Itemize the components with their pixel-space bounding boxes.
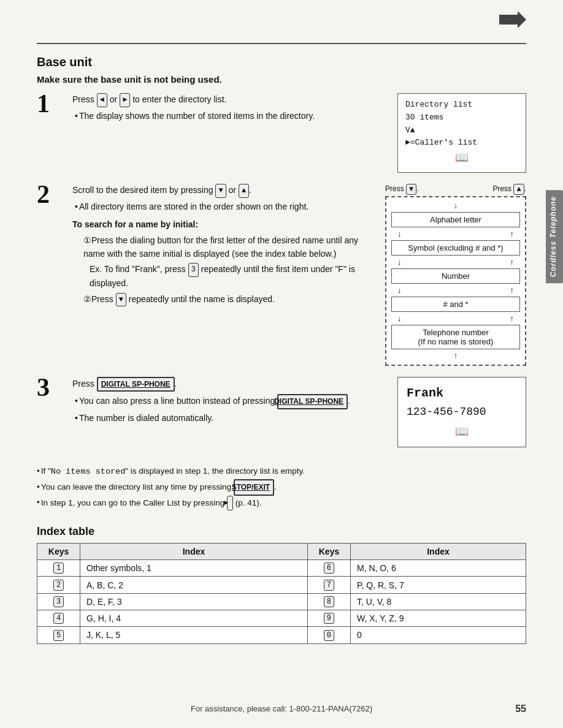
idx-5-2: 0 (350, 627, 526, 643)
key-4-2: 9 (307, 610, 350, 626)
key-1-1: 1 (37, 560, 80, 577)
step-3-row: 3 Press DIGITAL SP-PHONE. You can also p… (37, 377, 526, 448)
step-1-main: Press ◄ or ► to enter the directory list… (72, 93, 386, 107)
digital-sp-phone-key-2: DIGITAL SP-PHONE (277, 394, 348, 409)
right-arrow-key: ► (120, 93, 130, 107)
step-2-sub2: ②Press ▼ repeatedly until the name is di… (83, 293, 374, 307)
footer: For assistance, please call: 1-800-211-P… (0, 704, 563, 713)
step-1-row: 1 Press ◄ or ► to enter the directory li… (37, 93, 526, 173)
step-1-number: 1 (37, 91, 66, 116)
index-table: Keys Index Keys Index 1 Other symbols, 1… (37, 543, 526, 643)
key-1-2: 6 (307, 560, 350, 577)
step-3-content: Press DIGITAL SP-PHONE. You can also pre… (72, 377, 386, 428)
step-3-number: 3 (37, 374, 66, 400)
arrows-both-4: ↓↑ (391, 314, 520, 323)
frank-book-icon: 📖 (407, 423, 517, 441)
alpha-chart-header: Press ▼. Press ▲. (385, 184, 526, 195)
dir-line1: Directory list (405, 99, 518, 112)
key-3-2: 8 (307, 593, 350, 610)
chart-alphabet-letter: Alphabet letter (391, 212, 520, 227)
index-section: Index table Keys Index Keys Index 1 Othe… (37, 525, 526, 643)
notes-section: If "No items stored" is displayed in ste… (37, 464, 526, 510)
chart-telephone: Telephone number(If no name is stored) (391, 325, 520, 349)
step-2-row: 2 Scroll to the desired item by pressing… (37, 184, 526, 366)
idx-2-2: P, Q, R, S, 7 (350, 577, 526, 593)
dir-book-icon: 📖 (405, 150, 518, 167)
dir-line4: ►=Caller's list (405, 137, 518, 150)
key-num-1: 1 (53, 563, 64, 574)
idx-4-2: W, X, Y, Z, 9 (350, 610, 526, 626)
page: Base unit Make sure the base unit is not… (0, 0, 563, 728)
idx-2-1: A, B, C, 2 (80, 577, 308, 593)
svg-rect-0 (499, 15, 520, 25)
frank-display-box: Frank 123-456-7890 📖 (397, 377, 526, 448)
footer-text: For assistance, please call: 1-800-211-P… (191, 704, 372, 713)
arrow-down-1: ↓ (391, 201, 520, 210)
sidebar-cordless-tab: Cordless Telephone (546, 190, 563, 283)
table-row: 1 Other symbols, 1 6 M, N, O, 6 (37, 560, 526, 577)
table-row: 5 J, K, L, 5 0 0 (37, 627, 526, 643)
key-5-2: 0 (307, 627, 350, 643)
step-1-image: Directory list 30 items V▲ ►=Caller's li… (397, 93, 526, 173)
key-2-2: 7 (307, 577, 350, 593)
frank-number: 123-456-7890 (407, 403, 517, 421)
step-2-subsection-title: To search for a name by initial: (72, 218, 374, 232)
right-arrow-note-key: ► (227, 496, 233, 510)
step-2-number: 2 (37, 181, 66, 207)
step-2-content: Scroll to the desired item by pressing ▼… (72, 184, 374, 309)
directory-list-box: Directory list 30 items V▲ ►=Caller's li… (397, 93, 526, 173)
key-2-1: 2 (37, 577, 80, 593)
key-num-0: 0 (324, 630, 334, 641)
arrow-up-final: ↑ (391, 351, 520, 360)
key-num-3: 3 (53, 596, 64, 607)
up-arrow-key: ▲ (239, 184, 249, 198)
step-2-sub1: ①Press the dialing button for the first … (83, 234, 374, 260)
digital-sp-phone-key-1: DIGITAL SP-PHONE (97, 377, 175, 392)
steps-area: 1 Press ◄ or ► to enter the directory li… (37, 93, 526, 458)
press-up-label: Press ▲. (492, 184, 526, 195)
key-num-2: 2 (53, 580, 64, 591)
alphabet-chart: ↓ Alphabet letter ↓↑ Symbol (excluding #… (385, 196, 526, 366)
idx-4-1: G, H, I, 4 (80, 610, 308, 626)
next-arrow-icon (499, 11, 526, 28)
arrows-both-2: ↓↑ (391, 257, 520, 267)
page-number: 55 (515, 703, 526, 715)
step-1-content: Press ◄ or ► to enter the directory list… (72, 93, 386, 125)
col-header-index-1: Index (80, 544, 308, 560)
step-3-bullet-2: The number is dialed automatically. (75, 412, 386, 425)
step-1-bullet-1: The display shows the number of stored i… (75, 110, 386, 123)
stop-exit-key: STOP/EXIT (234, 479, 274, 495)
no-items-stored-text: No items stored (51, 467, 126, 476)
col-header-keys-1: Keys (37, 544, 80, 560)
subtitle: Make sure the base unit is not being use… (37, 74, 526, 85)
key-num-5: 5 (53, 630, 64, 641)
key-3: 3 (188, 263, 199, 277)
svg-marker-1 (518, 11, 526, 28)
chart-number: Number (391, 268, 520, 284)
arrows-both-1: ↓↑ (391, 229, 520, 238)
step-3-bullet-1: You can also press a line button instead… (75, 394, 386, 409)
left-arrow-key: ◄ (97, 93, 107, 107)
key-4-1: 4 (37, 610, 80, 626)
down-arrow-key: ▼ (215, 184, 226, 198)
key-3-1: 3 (37, 593, 80, 610)
section-title: Base unit (37, 55, 526, 69)
step-3-image: Frank 123-456-7890 📖 (397, 377, 526, 448)
note-3: In step 1, you can go to the Caller List… (37, 496, 526, 510)
index-table-title: Index table (37, 525, 526, 538)
chart-hash-star: # and * (391, 297, 520, 312)
up-btn: ▲ (513, 184, 524, 195)
step-2-image: Press ▼. Press ▲. ↓ Alphabet letter ↓↑ S… (385, 184, 526, 366)
idx-1-1: Other symbols, 1 (80, 560, 308, 577)
step-2-bullet-1: All directory items are stored in the or… (75, 200, 374, 214)
idx-1-2: M, N, O, 6 (350, 560, 526, 577)
down-arrow-key2: ▼ (116, 293, 126, 307)
down-btn: ▼ (406, 184, 416, 195)
idx-5-1: J, K, L, 5 (80, 627, 308, 643)
chart-symbol: Symbol (excluding # and *) (391, 240, 520, 256)
table-row: 3 D, E, F, 3 8 T, U, V, 8 (37, 593, 526, 610)
dir-line2: 30 items (405, 112, 518, 124)
table-row: 4 G, H, I, 4 9 W, X, Y, Z, 9 (37, 610, 526, 626)
top-divider (37, 43, 526, 44)
key-5-1: 5 (37, 627, 80, 643)
